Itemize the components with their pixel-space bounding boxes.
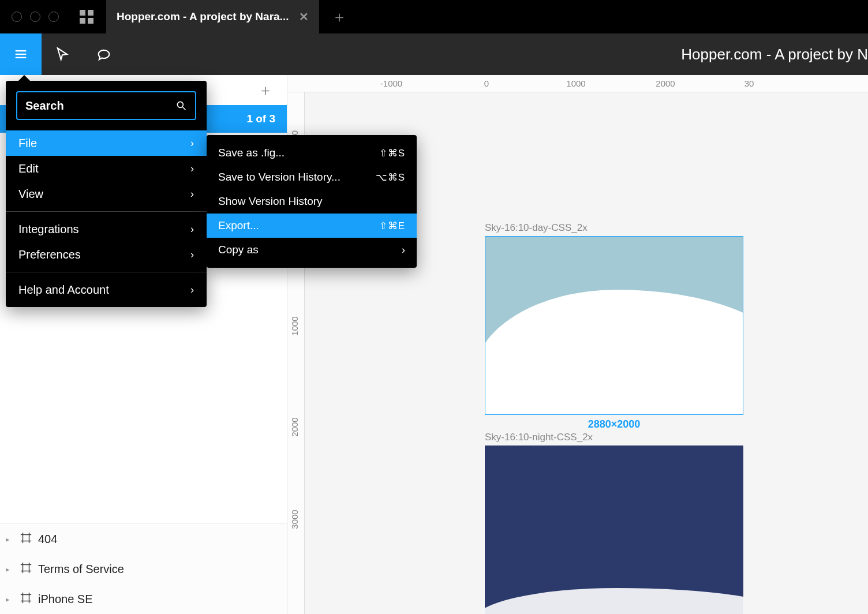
submenu-item-save-version[interactable]: Save to Version History... ⌥⌘S xyxy=(207,165,417,189)
titlebar: Hopper.com - A project by Nara... ✕ ＋ xyxy=(0,0,868,33)
layer-label: iPhone SE xyxy=(38,593,93,606)
frame-day[interactable]: Sky-16:10-day-CSS_2x 2880×2000 xyxy=(485,222,743,430)
shortcut-label: ⌥⌘S xyxy=(376,171,405,184)
submenu-item-copy-as[interactable]: Copy as › xyxy=(207,238,417,262)
close-window-icon[interactable] xyxy=(12,12,22,22)
ruler-horizontal: -1000 0 1000 2000 30 xyxy=(287,75,868,92)
menu-item-help[interactable]: Help and Account › xyxy=(6,277,207,302)
submenu-item-export[interactable]: Export... ⇧⌘E xyxy=(207,214,417,238)
close-tab-icon[interactable]: ✕ xyxy=(299,10,309,24)
frame-icon xyxy=(20,531,32,547)
add-tab-button[interactable]: ＋ xyxy=(332,7,347,27)
layer-row[interactable]: ▸ Terms of Service xyxy=(0,554,287,584)
add-page-button[interactable]: ＋ xyxy=(258,80,273,100)
home-grid-icon[interactable] xyxy=(80,10,93,24)
frame-label: Sky-16:10-night-CSS_2x xyxy=(485,432,743,443)
chevron-right-icon: › xyxy=(190,188,194,200)
chevron-right-icon: › xyxy=(190,249,194,261)
frame-content[interactable] xyxy=(485,445,743,614)
menu-item-view[interactable]: View › xyxy=(6,181,207,207)
submenu-item-show-version[interactable]: Show Version History xyxy=(207,189,417,214)
window-controls xyxy=(0,12,59,22)
move-tool-button[interactable] xyxy=(42,33,83,75)
expand-icon[interactable]: ▸ xyxy=(6,535,14,544)
layer-row[interactable]: ▸ iPhone SE xyxy=(0,584,287,614)
chevron-right-icon: › xyxy=(190,223,194,235)
svg-point-15 xyxy=(177,102,183,107)
submenu-item-save-fig[interactable]: Save as .fig... ⇧⌘S xyxy=(207,141,417,165)
layer-label: 404 xyxy=(38,533,57,546)
document-title: Hopper.com - A project by N xyxy=(681,46,868,63)
expand-icon[interactable]: ▸ xyxy=(6,565,14,574)
clouds-shape xyxy=(485,588,743,614)
frame-dimensions: 2880×2000 xyxy=(485,418,743,430)
shortcut-label: ⇧⌘S xyxy=(379,147,405,159)
layers-list: ▸ 404 ▸ Terms of Service ▸ iPhone SE xyxy=(0,523,287,614)
frame-icon xyxy=(20,591,32,607)
menu-separator xyxy=(6,211,207,212)
menu-item-file[interactable]: File › xyxy=(6,130,207,156)
chevron-right-icon: › xyxy=(402,244,405,256)
chevron-right-icon: › xyxy=(190,284,194,296)
file-submenu: Save as .fig... ⇧⌘S Save to Version Hist… xyxy=(207,135,417,268)
menu-item-preferences[interactable]: Preferences › xyxy=(6,242,207,267)
main-menu-button[interactable] xyxy=(0,33,42,75)
chevron-right-icon: › xyxy=(190,137,194,149)
main-menu: File › Edit › View › Integrations › Pref… xyxy=(6,81,207,307)
tab-current[interactable]: Hopper.com - A project by Nara... ✕ xyxy=(106,0,319,33)
expand-icon[interactable]: ▸ xyxy=(6,595,14,604)
layer-row[interactable]: ▸ 404 xyxy=(0,524,287,554)
frame-content[interactable] xyxy=(485,236,743,415)
shortcut-label: ⇧⌘E xyxy=(379,220,405,232)
maximize-window-icon[interactable] xyxy=(48,12,59,22)
toolbar: Hopper.com - A project by N xyxy=(0,33,868,75)
frame-label: Sky-16:10-day-CSS_2x xyxy=(485,222,743,234)
search-icon xyxy=(175,100,187,111)
menu-search[interactable] xyxy=(16,91,196,120)
chevron-right-icon: › xyxy=(190,163,194,175)
minimize-window-icon[interactable] xyxy=(30,12,40,22)
frame-icon xyxy=(20,561,32,577)
menu-item-integrations[interactable]: Integrations › xyxy=(6,216,207,242)
search-input[interactable] xyxy=(25,99,175,113)
frame-night[interactable]: Sky-16:10-night-CSS_2x xyxy=(485,432,743,614)
tab-title: Hopper.com - A project by Nara... xyxy=(117,10,289,23)
layer-label: Terms of Service xyxy=(38,563,124,576)
menu-item-edit[interactable]: Edit › xyxy=(6,156,207,181)
page-count-label: 1 of 3 xyxy=(246,113,275,125)
svg-line-16 xyxy=(183,107,186,110)
menu-separator xyxy=(6,272,207,272)
comment-tool-button[interactable] xyxy=(83,33,125,75)
